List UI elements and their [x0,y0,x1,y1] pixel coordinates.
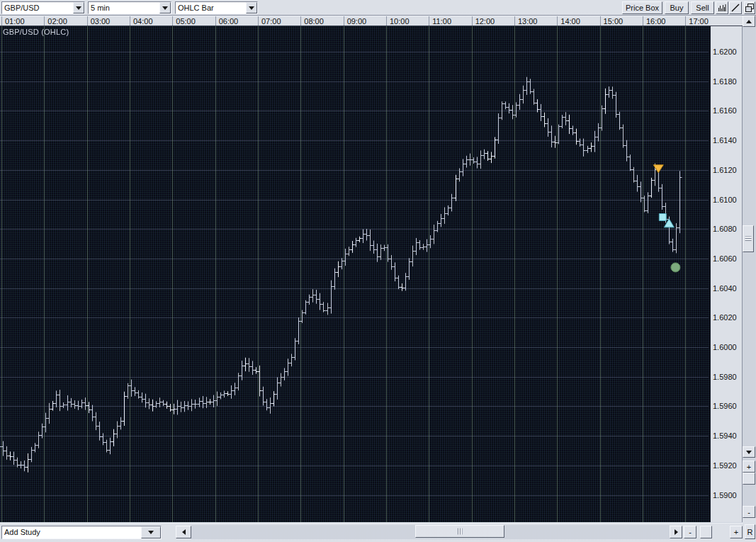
reset-button[interactable]: R [745,524,755,539]
volume-study-icon[interactable] [716,1,728,14]
horizontal-scrollbar-thumb[interactable] [415,525,504,538]
add-study-select-value: Add Study [2,526,141,538]
vertical-zoom-track [743,485,755,506]
time-axis-label: 02:00 [44,16,67,26]
time-axis-label: 07:00 [258,16,281,26]
time-axis-label: 04:00 [130,16,153,26]
price-axis-label: 1.5900 [713,491,737,499]
axis-spacer-button[interactable] [743,473,755,485]
zoom-in-vertical-button[interactable]: + [743,461,755,473]
scroll-right-icon[interactable] [670,526,682,538]
price-axis[interactable]: 1.62001.61801.61601.61401.61201.61001.60… [711,26,743,522]
time-axis-label: 17:00 [685,16,709,26]
chart-plot[interactable]: GBP/USD (OHLC) [0,26,711,522]
chart-title: GBP/USD (OHLC) [3,28,69,36]
price-axis-label: 1.6140 [713,136,737,145]
symbol-select[interactable]: GBP/USD [1,1,85,14]
buy-button[interactable]: Buy [665,1,689,14]
vertical-scrollbar-thumb[interactable] [743,225,754,252]
cascade-windows-icon[interactable] [744,1,755,14]
trading-chart-window: GBP/USD 5 min OHLC Bar Price Box Buy Sel… [0,0,756,542]
time-axis-label: 15:00 [600,16,624,26]
chevron-down-icon[interactable] [73,2,84,13]
scroll-down-icon[interactable] [743,446,755,458]
bottom-bar: Add Study - + [0,523,743,542]
sell-button[interactable]: Sell [691,1,714,14]
chart-type-select-value: OHLC Bar [176,2,246,13]
vertical-scrollbar-track[interactable] [743,27,755,446]
zoom-out-vertical-button[interactable]: - [743,506,755,518]
price-axis-label: 1.6200 [713,47,737,56]
top-toolbar: GBP/USD 5 min OHLC Bar Price Box Buy Sel… [0,0,756,16]
price-axis-label: 1.5920 [713,461,737,470]
scroll-spacer-button[interactable] [700,526,712,538]
time-axis-label: 14:00 [557,16,580,26]
time-axis-label: 05:00 [172,16,196,26]
price-axis-label: 1.6000 [713,343,737,351]
interval-select-value: 5 min [89,2,159,13]
ohlc-chart-canvas[interactable] [0,26,711,522]
time-axis[interactable]: 01:0002:0003:0004:0005:0006:0007:0008:00… [0,16,743,26]
price-axis-label: 1.6060 [713,254,737,263]
time-axis-label: 11:00 [429,16,451,26]
price-axis-label: 1.5940 [713,431,737,440]
symbol-select-value: GBP/USD [2,2,73,13]
time-axis-label: 06:00 [215,16,239,26]
price-axis-label: 1.5960 [713,402,737,410]
time-axis-label: 13:00 [514,16,538,26]
price-axis-label: 1.6180 [713,77,737,86]
price-axis-label: 1.6080 [713,225,737,233]
scroll-left-icon[interactable] [176,526,191,538]
chart-type-select[interactable]: OHLC Bar [175,1,258,14]
chevron-down-icon[interactable] [246,2,257,13]
time-axis-label: 08:00 [300,16,324,26]
trendline-icon[interactable] [729,1,742,14]
time-axis-label: 03:00 [87,16,111,26]
chevron-down-icon[interactable] [159,2,171,13]
time-axis-label: 10:00 [386,16,410,26]
interval-select[interactable]: 5 min [88,1,171,14]
price-axis-label: 1.6120 [713,166,737,174]
add-study-select[interactable]: Add Study [1,526,162,539]
zoom-out-horizontal-button[interactable]: - [684,526,696,538]
price-box-button[interactable]: Price Box [622,1,662,14]
time-axis-label: 09:00 [344,16,367,26]
time-axis-label: 12:00 [472,16,495,26]
chevron-down-icon[interactable] [141,526,161,538]
price-axis-label: 1.6020 [713,313,737,322]
price-axis-label: 1.6040 [713,284,737,293]
price-axis-label: 1.6100 [713,196,737,204]
zoom-in-horizontal-button[interactable]: + [730,526,743,538]
price-axis-label: 1.5980 [713,373,737,381]
scroll-up-icon[interactable] [743,16,755,27]
time-axis-label: 16:00 [643,16,666,26]
horizontal-scrollbar-track[interactable] [191,525,670,539]
price-axis-label: 1.6160 [713,106,737,115]
time-axis-label: 01:00 [1,16,25,26]
